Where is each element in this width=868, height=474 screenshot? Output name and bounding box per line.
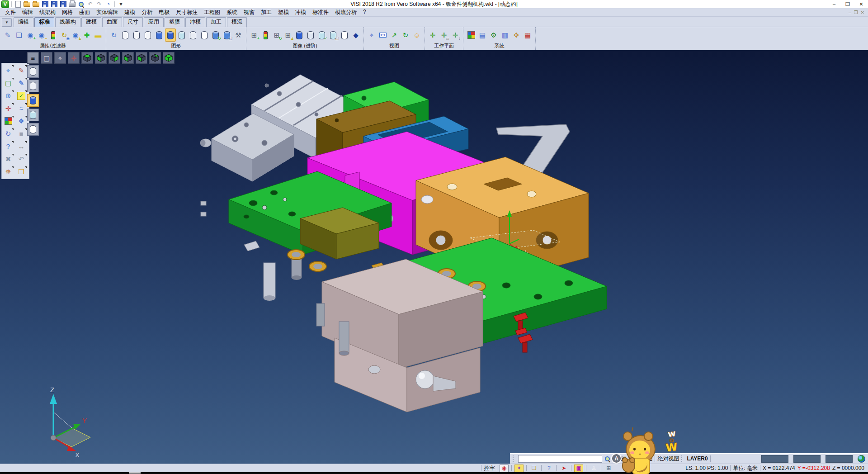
taskbar-item[interactable]: [129, 472, 141, 474]
settings-panel[interactable]: ▤: [477, 28, 488, 42]
stamp-tool[interactable]: ❒: [529, 465, 538, 472]
shade-translucent[interactable]: [27, 109, 39, 121]
active-layer[interactable]: LAYER0: [687, 455, 708, 462]
menu-item-5[interactable]: 实体编辑: [93, 9, 121, 16]
menu-item-4[interactable]: 曲面: [76, 9, 93, 16]
toolbar-tab-9[interactable]: 加工: [206, 17, 226, 27]
undo[interactable]: ↶: [86, 1, 94, 8]
view-axis[interactable]: ✛: [68, 52, 80, 64]
search-icon[interactable]: [604, 456, 610, 462]
open-recent[interactable]: [32, 1, 40, 8]
display-shaded[interactable]: [154, 28, 165, 42]
copy-attributes[interactable]: ❏: [14, 28, 24, 42]
dynamic-pan[interactable]: ↗: [389, 28, 400, 42]
mdi-minimize-button[interactable]: –: [849, 10, 851, 15]
refresh-visibility[interactable]: ↻◉: [59, 28, 70, 42]
menu-item-9[interactable]: 尺寸标注: [173, 9, 201, 16]
visibility-traffic-light[interactable]: [47, 28, 58, 42]
close-button[interactable]: ✕: [854, 0, 868, 8]
display-flat[interactable]: [188, 28, 198, 42]
menu-item-14[interactable]: 塑模: [275, 9, 292, 16]
menu-item-8[interactable]: 电极: [156, 9, 173, 16]
units-readout[interactable]: 单位: 毫米: [733, 465, 758, 472]
view-isometric[interactable]: [163, 52, 175, 64]
grid-editor[interactable]: ▦: [522, 28, 533, 42]
toolbar-grip[interactable]: [681, 455, 684, 462]
view-bottom[interactable]: [95, 52, 107, 64]
menu-item-12[interactable]: 视窗: [241, 9, 258, 16]
context-help[interactable]: ?: [544, 465, 553, 472]
display-hidden-line[interactable]: [131, 28, 142, 42]
edit-wireframe[interactable]: ✎: [16, 65, 27, 76]
save-as[interactable]: [50, 1, 58, 8]
shade-wireframe[interactable]: [27, 65, 39, 78]
hide-selected[interactable]: ➤: [559, 465, 568, 472]
dynamic-rotate[interactable]: ↻: [400, 28, 411, 42]
menu-item-6[interactable]: 建模: [121, 9, 138, 16]
show-hide-toggle[interactable]: ◉±: [70, 28, 81, 42]
toolbar-tab-6[interactable]: 应用: [144, 17, 164, 27]
menu-item-16[interactable]: 标准件: [309, 9, 332, 16]
workplane-create[interactable]: ✛: [427, 28, 438, 42]
open-file[interactable]: [23, 1, 31, 8]
toolbar-tab-5[interactable]: 尺寸: [123, 17, 143, 27]
save[interactable]: [41, 1, 49, 8]
model-canvas[interactable]: Z Y X: [0, 50, 868, 464]
mdi-close-button[interactable]: ✕: [861, 10, 864, 15]
menu-item-0[interactable]: 文件: [2, 9, 19, 16]
display-mesh[interactable]: [199, 28, 210, 42]
shade-hidden-line[interactable]: [27, 80, 39, 92]
entities-show[interactable]: ⊞+: [249, 28, 259, 42]
solid-copy-page[interactable]: ❏: [328, 28, 339, 42]
view-mode[interactable]: 绝对视图: [657, 455, 679, 463]
selection-filter[interactable]: ✥: [511, 28, 522, 42]
entities-traffic-light[interactable]: [260, 28, 271, 42]
toolbar-tab-8[interactable]: 冲模: [185, 17, 205, 27]
toolbar-tab-7[interactable]: 塑膜: [165, 17, 184, 27]
entities-toggle[interactable]: ⊞±: [283, 28, 293, 42]
system-options[interactable]: ⚙: [488, 28, 499, 42]
menu-item-11[interactable]: 系统: [223, 9, 241, 16]
view-back[interactable]: [149, 52, 161, 64]
menu-item-18[interactable]: ?: [360, 9, 369, 16]
confirm-check[interactable]: ✓: [16, 90, 27, 101]
color-palette[interactable]: [466, 28, 476, 42]
undo-view[interactable]: ↶: [16, 153, 27, 165]
navigation-wheel[interactable]: ✵: [3, 166, 14, 177]
entities-refresh[interactable]: ⊞↻: [271, 28, 282, 42]
shaded-cube[interactable]: ■: [16, 128, 27, 139]
print[interactable]: [68, 1, 76, 8]
display-shaded-edges[interactable]: [165, 28, 176, 42]
solid-shaded[interactable]: [294, 28, 305, 42]
history[interactable]: ◔: [104, 1, 112, 8]
magic-wand[interactable]: ✦: [514, 465, 524, 472]
delete-trash[interactable]: ✖: [3, 153, 14, 165]
view-orientation[interactable]: 绝对 XY 上视图: [615, 455, 652, 463]
visi-logo[interactable]: V: [1, 1, 9, 8]
quick-access-dropdown[interactable]: ▾: [117, 1, 125, 8]
show-all[interactable]: ✚: [81, 28, 92, 42]
menu-item-10[interactable]: 工程图: [201, 9, 223, 16]
zoom-window[interactable]: ⌖: [54, 52, 66, 64]
display-regen[interactable]: ↻: [210, 28, 221, 42]
fit-window[interactable]: ▢: [41, 52, 52, 64]
solid-striped[interactable]: [305, 28, 316, 42]
menu-item-2[interactable]: 线架构: [36, 9, 59, 16]
zoom-entities[interactable]: ⌖: [366, 28, 377, 42]
toolbar-grip[interactable]: [513, 455, 516, 462]
ucs-axis[interactable]: ✛: [3, 103, 14, 114]
display-settings[interactable]: ⚒: [233, 28, 244, 42]
toolbar-tab-2[interactable]: 线架构: [55, 17, 80, 27]
workplane-activate[interactable]: ✛↕: [450, 28, 461, 42]
view-left[interactable]: [122, 52, 134, 64]
menu-item-1[interactable]: 编辑: [19, 9, 36, 16]
display-wireframe[interactable]: [120, 28, 131, 42]
hide-entities[interactable]: ◉−: [36, 28, 47, 42]
menu-item-15[interactable]: 冲模: [292, 9, 309, 16]
zoom-view[interactable]: ⌖: [3, 65, 14, 76]
toolbar-tab-1[interactable]: 标准: [34, 17, 54, 27]
shade-mesh[interactable]: [27, 123, 39, 136]
viewport-menu[interactable]: ≡: [27, 52, 39, 64]
menu-item-13[interactable]: 加工: [258, 9, 275, 16]
display-hidden-dashed[interactable]: [142, 28, 153, 42]
